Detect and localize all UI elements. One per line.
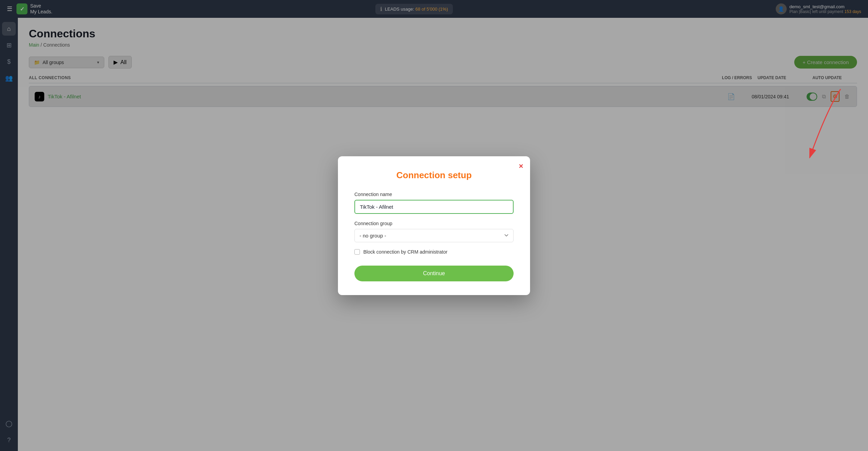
block-connection-row: Block connection by CRM administrator	[354, 249, 514, 255]
block-connection-checkbox[interactable]	[354, 249, 360, 255]
connection-group-group: Connection group - no group -	[354, 221, 514, 242]
modal-title: Connection setup	[354, 170, 514, 181]
connection-name-label: Connection name	[354, 192, 514, 197]
modal-close-button[interactable]: ×	[519, 162, 523, 171]
modal-overlay: × Connection setup Connection name Conne…	[0, 0, 868, 451]
connection-group-select[interactable]: - no group -	[354, 229, 514, 242]
connection-setup-modal: × Connection setup Connection name Conne…	[338, 156, 530, 295]
connection-name-input[interactable]	[354, 200, 514, 214]
block-connection-label: Block connection by CRM administrator	[363, 249, 447, 255]
continue-button[interactable]: Continue	[354, 266, 514, 281]
connection-name-group: Connection name	[354, 192, 514, 214]
connection-group-label: Connection group	[354, 221, 514, 226]
